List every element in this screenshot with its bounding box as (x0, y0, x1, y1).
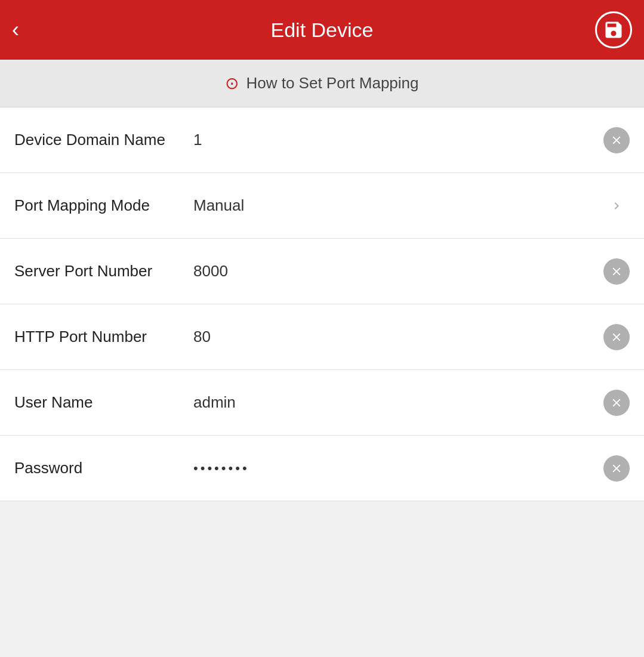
server-port-number-label: Server Port Number (14, 261, 187, 282)
server-port-number-clear-button[interactable] (603, 258, 630, 285)
http-port-number-clear-button[interactable] (603, 324, 630, 350)
server-port-number-input[interactable] (193, 262, 597, 280)
server-port-number-value-area (187, 258, 630, 285)
user-name-clear-button[interactable] (603, 390, 630, 416)
form-container: Device Domain Name Port Mapping Mode Man… (0, 107, 644, 501)
device-domain-name-clear-button[interactable] (603, 127, 630, 153)
port-mapping-mode-label: Port Mapping Mode (14, 196, 187, 216)
device-domain-name-label: Device Domain Name (14, 130, 187, 150)
server-port-number-row: Server Port Number (0, 239, 644, 304)
clear-icon (610, 134, 623, 147)
password-value-area (187, 455, 630, 482)
http-port-number-input[interactable] (193, 328, 597, 346)
device-domain-name-input[interactable] (193, 131, 597, 149)
page-title: Edit Device (271, 18, 374, 42)
save-button[interactable] (595, 11, 632, 48)
save-icon (603, 19, 624, 41)
device-domain-name-value-area (187, 127, 630, 153)
info-bar[interactable]: ⊙ How to Set Port Mapping (0, 60, 644, 107)
device-domain-name-row: Device Domain Name (0, 107, 644, 173)
http-port-number-label: HTTP Port Number (14, 327, 187, 347)
back-button[interactable]: ‹ (12, 19, 19, 41)
port-mapping-mode-value: Manual (193, 196, 603, 215)
user-name-row: User Name (0, 370, 644, 436)
port-mapping-mode-row[interactable]: Port Mapping Mode Manual (0, 173, 644, 239)
clear-icon (610, 396, 623, 409)
clear-icon (610, 331, 623, 344)
password-label: Password (14, 458, 187, 479)
user-name-value-area (187, 390, 630, 416)
clear-icon (610, 265, 623, 278)
question-icon: ⊙ (225, 75, 239, 92)
clear-icon (610, 462, 623, 475)
info-text: How to Set Port Mapping (246, 74, 418, 92)
port-mapping-mode-value-area: Manual (187, 193, 630, 219)
password-clear-button[interactable] (603, 455, 630, 482)
http-port-number-row: HTTP Port Number (0, 304, 644, 370)
user-name-input[interactable] (193, 393, 597, 412)
chevron-right-icon (609, 199, 624, 213)
user-name-label: User Name (14, 393, 187, 413)
header: ‹ Edit Device (0, 0, 644, 60)
http-port-number-value-area (187, 324, 630, 350)
password-input[interactable] (193, 461, 597, 476)
password-row: Password (0, 436, 644, 501)
port-mapping-mode-chevron-button[interactable] (603, 193, 630, 219)
